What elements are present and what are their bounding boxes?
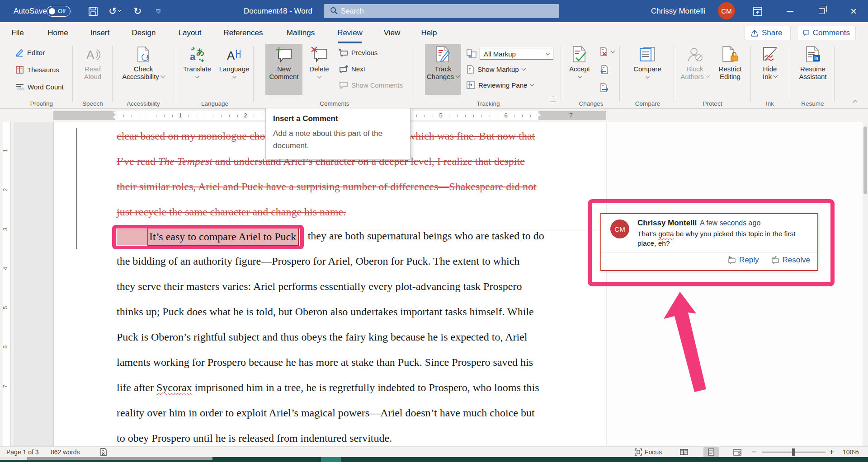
scrollbar-thumb[interactable] <box>863 126 867 194</box>
reviewing-pane-button[interactable]: Reviewing Pane <box>467 81 533 89</box>
deleted-text-line[interactable]: their similar roles, Ariel and Puck have… <box>117 181 537 195</box>
thesaurus-button[interactable]: Thesaurus <box>15 64 59 75</box>
deleted-text-line[interactable]: clear based on my monologue cho <box>117 130 265 145</box>
right-indent-marker[interactable] <box>536 112 541 121</box>
body-text-line[interactable]: reality over him in order to exploit Ari… <box>117 407 535 421</box>
search-input[interactable]: Search <box>324 4 559 18</box>
body-text-line[interactable]: they serve their masters varies: Ariel p… <box>117 280 522 295</box>
group-label-proofing: Proofing <box>11 100 72 107</box>
search-icon <box>330 7 338 15</box>
next-change-button[interactable] <box>600 83 609 92</box>
body-text-line[interactable]: ; they are both supernatural beings who … <box>302 230 544 244</box>
body-text-line[interactable]: thinks up; Puck does what he is told, bu… <box>117 306 534 320</box>
user-name[interactable]: Chrissy Montelli <box>651 0 705 22</box>
body-text-line[interactable]: to obey Prospero until he is released fr… <box>117 432 392 447</box>
previous-comment-button[interactable]: Previous <box>339 47 377 58</box>
tab-file[interactable]: File <box>7 22 28 43</box>
bottom-edge-strip <box>0 457 868 462</box>
tab-help[interactable]: Help <box>418 22 440 43</box>
autosave-toggle[interactable]: Off <box>47 0 71 22</box>
group-label-accessibility: Accessibility <box>114 100 173 107</box>
hide-ink-icon <box>762 47 778 63</box>
indent-marker[interactable] <box>113 112 118 120</box>
print-layout-button[interactable] <box>703 447 719 457</box>
body-text-line[interactable]: laments working for Prospero because he … <box>117 356 533 371</box>
restore-button[interactable] <box>809 0 834 22</box>
hscroll-thumb[interactable] <box>27 457 212 460</box>
tab-insert[interactable]: Insert <box>87 22 113 43</box>
resume-assistant-button[interactable]: in Resume Assistant <box>794 44 832 80</box>
language-button[interactable]: A Language <box>218 44 250 78</box>
horizontal-scrollbar[interactable] <box>0 457 212 460</box>
editor-button[interactable]: Editor <box>15 47 45 58</box>
minimize-icon <box>787 11 793 12</box>
share-button[interactable]: Share <box>745 26 791 40</box>
reject-button[interactable] <box>600 47 614 56</box>
page-indicator[interactable]: Page 1 of 3 <box>6 447 39 457</box>
customize-quick-access-button[interactable] <box>156 0 160 22</box>
new-comment-button[interactable]: New Comment <box>265 44 302 95</box>
word-count-status[interactable]: 862 words <box>51 447 80 457</box>
group-tracking: Track Changes All Markup Show Markup Rev… <box>416 43 561 109</box>
vertical-scrollbar[interactable] <box>863 122 868 446</box>
minimize-button[interactable] <box>777 0 802 22</box>
hide-ink-button[interactable]: Hide Ink <box>754 44 786 80</box>
group-label-changes: Changes <box>563 100 619 107</box>
compare-button[interactable]: Compare <box>629 44 665 78</box>
commented-sentence[interactable]: It’s easy to compare Ariel to Puck <box>147 228 299 246</box>
avatar[interactable]: CM <box>718 2 735 19</box>
show-markup-button[interactable]: Show Markup <box>467 65 525 74</box>
deleted-text-line[interactable]: which was fine. But now that <box>408 130 535 145</box>
focus-button[interactable]: Focus <box>635 447 662 457</box>
ribbon-display-options-button[interactable] <box>745 0 770 22</box>
tab-review[interactable]: Review <box>335 22 365 43</box>
comments-button[interactable]: Comments <box>797 26 856 40</box>
ruler-number: 7 <box>569 112 572 119</box>
restrict-editing-button[interactable]: Restrict Editing <box>714 44 746 80</box>
undo-button[interactable]: ↺ <box>108 0 121 22</box>
reply-icon <box>727 256 736 264</box>
changed-lines-bar <box>76 128 77 249</box>
tab-design[interactable]: Design <box>130 22 157 43</box>
selection-highlight <box>117 229 147 245</box>
web-layout-button[interactable] <box>730 447 745 457</box>
tab-mailings[interactable]: Mailings <box>281 22 320 43</box>
check-accessibility-button[interactable]: Check Accessibility <box>121 44 166 80</box>
group-proofing: Editor Thesaurus 123 Word Count Proofing <box>11 43 72 109</box>
zoom-out-button[interactable]: − <box>751 447 756 457</box>
comment-timestamp: A few seconds ago <box>700 219 760 227</box>
toggle-dot-icon <box>49 8 55 14</box>
delete-comment-button[interactable]: Delete <box>304 44 334 78</box>
body-text-line[interactable]: the bidding of an authority figure—Prosp… <box>117 255 519 270</box>
close-button[interactable]: × <box>841 0 866 22</box>
body-text-line[interactable]: life after Sycorax imprisoned him in a t… <box>117 382 539 396</box>
read-mode-button[interactable] <box>676 447 692 457</box>
collapse-ribbon-button[interactable] <box>854 98 857 106</box>
restrict-editing-icon <box>722 46 738 63</box>
vertical-ruler[interactable]: 1 2 3 4 5 6 7 <box>0 122 14 446</box>
tab-layout[interactable]: Layout <box>176 22 203 43</box>
resolve-button[interactable]: Resolve <box>771 256 810 265</box>
body-text-line[interactable]: Puck is Oberon’s rightful subject and th… <box>117 331 527 345</box>
accept-button[interactable]: Accept <box>563 44 596 78</box>
tab-home[interactable]: Home <box>45 22 71 43</box>
comment-card[interactable]: CM Chrissy Montelli A few seconds ago Th… <box>600 213 818 271</box>
next-comment-button[interactable]: Next <box>339 63 365 74</box>
word-count-button[interactable]: 123 Word Count <box>15 81 64 92</box>
delete-comment-icon <box>311 47 328 63</box>
deleted-text-line[interactable]: just recycle the same character and chan… <box>117 206 346 220</box>
translate-button[interactable]: aあ Translate <box>179 44 215 78</box>
zoom-slider-handle[interactable] <box>792 448 795 456</box>
zoom-in-button[interactable]: + <box>829 447 834 457</box>
proofing-status-button[interactable] <box>99 447 108 457</box>
tab-view[interactable]: View <box>381 22 403 43</box>
tab-references[interactable]: References <box>222 22 265 43</box>
redo-button[interactable]: ↻ <box>133 0 142 22</box>
comment-avatar: CM <box>610 219 629 238</box>
save-button[interactable] <box>88 0 98 22</box>
track-changes-button[interactable]: Track Changes <box>425 44 461 95</box>
markup-select[interactable]: All Markup <box>480 48 553 60</box>
previous-change-button[interactable] <box>600 65 609 74</box>
reply-button[interactable]: Reply <box>727 256 759 265</box>
zoom-level[interactable]: 100% <box>843 447 859 457</box>
